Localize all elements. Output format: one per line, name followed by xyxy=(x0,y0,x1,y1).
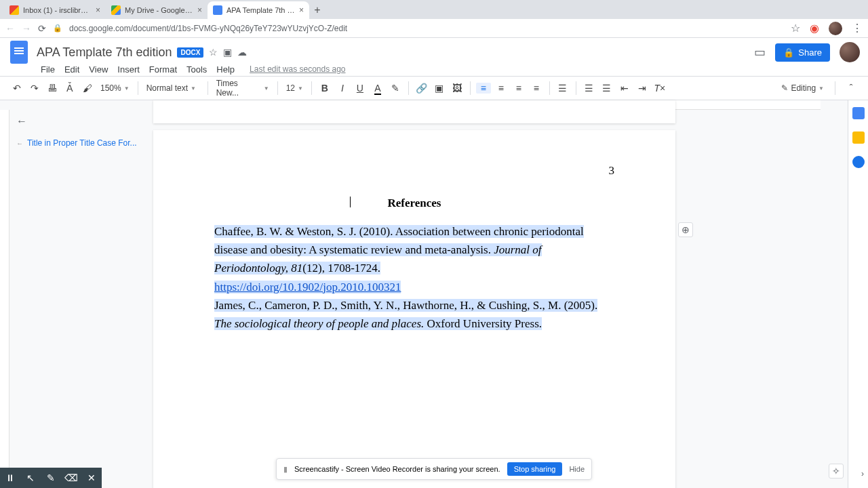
italic-icon[interactable]: I xyxy=(335,83,350,94)
profile-avatar[interactable] xyxy=(829,22,842,35)
paint-format-icon[interactable]: 🖌 xyxy=(80,83,95,94)
keep-icon[interactable] xyxy=(852,131,865,144)
document-title[interactable]: APA Template 7th edition xyxy=(37,45,172,60)
kebab-icon[interactable]: ⋮ xyxy=(852,22,863,35)
close-icon[interactable]: × xyxy=(197,5,202,15)
close-icon[interactable]: ✕ xyxy=(81,468,102,488)
indent-icon[interactable]: ⇥ xyxy=(635,83,650,94)
text-color-icon[interactable]: A xyxy=(370,83,385,94)
previous-page-edge xyxy=(153,100,675,123)
align-center-icon[interactable]: ≡ xyxy=(494,83,509,94)
drive-icon xyxy=(111,5,121,15)
explore-button[interactable]: ✧ xyxy=(829,464,844,479)
align-left-icon[interactable]: ≡ xyxy=(476,83,491,94)
comments-icon[interactable]: ▭ xyxy=(754,45,766,60)
calendar-icon[interactable] xyxy=(852,107,865,119)
bold-icon[interactable]: B xyxy=(317,83,332,94)
menu-format[interactable]: Format xyxy=(145,63,181,76)
reload-icon[interactable]: ⟳ xyxy=(38,23,46,34)
new-tab-button[interactable]: + xyxy=(309,1,326,19)
last-edit-text[interactable]: Last edit was seconds ago xyxy=(245,63,349,75)
close-icon[interactable]: × xyxy=(96,5,100,15)
gmail-icon xyxy=(9,5,19,15)
doi-link[interactable]: https://doi.org/10.1902/jop.2010.100321 xyxy=(214,281,401,293)
outline-item[interactable]: Title in Proper Title Case For... xyxy=(16,138,145,148)
url-text[interactable]: docs.google.com/document/d/1bs-FVMG-yNQq… xyxy=(69,24,784,33)
undo-icon[interactable]: ↶ xyxy=(9,83,24,94)
comment-icon[interactable]: ▣ xyxy=(432,83,447,94)
print-icon[interactable]: 🖶 xyxy=(45,83,60,94)
align-right-icon[interactable]: ≡ xyxy=(511,83,526,94)
bulleted-list-icon[interactable]: ☰ xyxy=(599,83,614,94)
tab-title: My Drive - Google Drive xyxy=(125,6,193,14)
menu-tools[interactable]: Tools xyxy=(182,63,211,76)
vertical-ruler[interactable] xyxy=(0,110,9,488)
selected-text: James, C., Cameron, P. D., Smith, Y. N.,… xyxy=(214,299,597,330)
line-spacing-icon[interactable]: ☰ xyxy=(555,83,570,94)
outdent-icon[interactable]: ⇤ xyxy=(617,83,632,94)
side-panel xyxy=(848,100,868,488)
notice-text: Screencastify - Screen Video Recorder is… xyxy=(294,465,500,473)
account-avatar[interactable] xyxy=(840,42,860,62)
redo-icon[interactable]: ↷ xyxy=(27,83,42,94)
close-icon[interactable]: × xyxy=(299,5,304,15)
size-value: 12 xyxy=(286,83,295,93)
star-icon[interactable]: ☆ xyxy=(791,22,800,35)
page-number: 3 xyxy=(214,164,614,178)
browser-tab-drive[interactable]: My Drive - Google Drive × xyxy=(106,1,208,19)
selected-text: Chaffee, B. W. & Weston, S. J. (2010). A… xyxy=(214,225,584,274)
browser-tab-gmail[interactable]: Inbox (1) - irsclibrarians@gma × xyxy=(4,1,106,19)
extension-icon[interactable]: ◉ xyxy=(810,22,819,35)
lock-icon: 🔒 xyxy=(783,47,794,58)
menu-help[interactable]: Help xyxy=(212,63,239,76)
numbered-list-icon[interactable]: ☰ xyxy=(582,83,597,94)
outline-item-label: Title in Proper Title Case For... xyxy=(27,138,137,148)
forward-icon[interactable]: → xyxy=(22,23,31,34)
menu-file[interactable]: File xyxy=(37,63,59,76)
highlight-icon[interactable]: ✎ xyxy=(388,83,403,94)
docx-badge: DOCX xyxy=(177,47,203,58)
stop-sharing-button[interactable]: Stop sharing xyxy=(507,462,563,476)
tasks-icon[interactable] xyxy=(852,156,865,168)
outline-back-icon[interactable]: ← xyxy=(16,115,27,127)
cursor-icon[interactable]: ↖ xyxy=(20,468,41,488)
align-justify-icon[interactable]: ≡ xyxy=(529,83,544,94)
references-heading: References xyxy=(214,197,614,210)
clear-format-icon[interactable]: T× xyxy=(652,83,667,94)
pause-icon[interactable]: ⏸ xyxy=(0,468,20,488)
docs-logo-icon[interactable] xyxy=(8,39,30,66)
zoom-dropdown[interactable]: 150%▼ xyxy=(98,83,132,93)
share-label: Share xyxy=(798,47,822,58)
browser-tab-strip: Inbox (1) - irsclibrarians@gma × My Driv… xyxy=(0,0,868,19)
collapse-toolbar-icon[interactable]: ˆ xyxy=(844,83,859,94)
pencil-icon: ✎ xyxy=(781,83,788,93)
style-dropdown[interactable]: Normal text▼ xyxy=(144,83,202,93)
star-icon[interactable]: ☆ xyxy=(209,47,218,58)
menu-view[interactable]: View xyxy=(85,63,112,76)
move-icon[interactable]: ▣ xyxy=(223,47,232,58)
text-cursor xyxy=(350,197,351,207)
image-icon[interactable]: 🖼 xyxy=(450,83,465,94)
underline-icon[interactable]: U xyxy=(353,83,368,94)
mode-dropdown[interactable]: ✎ Editing ▼ xyxy=(778,83,827,93)
side-panel-toggle-icon[interactable]: › xyxy=(861,469,864,479)
tab-title: Inbox (1) - irsclibrarians@gma xyxy=(23,6,92,14)
hide-button[interactable]: Hide xyxy=(569,465,585,473)
add-comment-button[interactable]: ⊕ xyxy=(678,222,693,237)
spellcheck-icon[interactable]: Ǎ xyxy=(62,83,77,94)
menu-insert[interactable]: Insert xyxy=(113,63,144,76)
browser-tab-docs[interactable]: APA Template 7th edition.doc × xyxy=(208,1,309,19)
document-page[interactable]: 3 References Chaffee, B. W. & Weston, S.… xyxy=(153,130,675,488)
link-icon[interactable]: 🔗 xyxy=(414,83,429,94)
references-body[interactable]: Chaffee, B. W. & Weston, S. J. (2010). A… xyxy=(214,222,614,333)
font-dropdown[interactable]: Times New...▼ xyxy=(214,79,272,98)
eraser-icon[interactable]: ⌫ xyxy=(61,468,81,488)
cloud-icon[interactable]: ☁ xyxy=(237,47,247,58)
pen-icon[interactable]: ✎ xyxy=(41,468,61,488)
back-icon[interactable]: ← xyxy=(5,23,15,34)
menu-edit[interactable]: Edit xyxy=(60,63,83,76)
workspace: 1 2 3 4 5 6 7 ← Title in Proper Title Ca… xyxy=(0,100,848,488)
tab-title: APA Template 7th edition.doc xyxy=(226,6,295,14)
share-button[interactable]: 🔒 Share xyxy=(775,43,830,62)
fontsize-dropdown[interactable]: 12▼ xyxy=(283,83,306,93)
